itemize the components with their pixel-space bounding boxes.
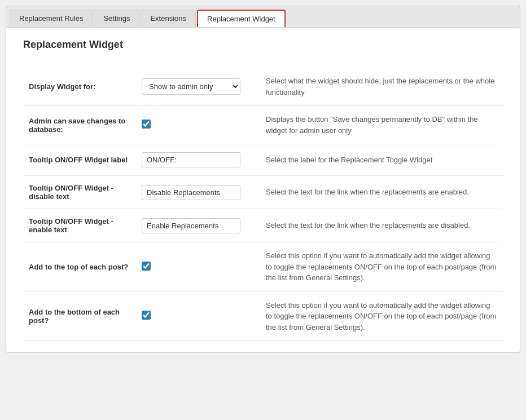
select-display-widget-for[interactable]: Show to admin onlyShow to all usersHide … bbox=[142, 78, 240, 95]
textinput-tooltip-disable[interactable] bbox=[142, 185, 240, 200]
label-add-bottom-post: Add to the bottom of each post? bbox=[23, 291, 136, 341]
control-tooltip-disable bbox=[136, 176, 260, 209]
main-panel: Replacement Widget Display Widget for:Sh… bbox=[6, 27, 520, 353]
settings-row-admin-save-changes: Admin can save changes to database:Displ… bbox=[23, 106, 503, 144]
checkbox-add-top-post[interactable] bbox=[142, 262, 151, 271]
control-add-top-post bbox=[136, 242, 260, 292]
settings-row-display-widget-for: Display Widget for:Show to admin onlySho… bbox=[23, 68, 503, 106]
desc-tooltip-enable: Select the text for the link when the re… bbox=[260, 209, 503, 242]
control-admin-save-changes bbox=[136, 106, 260, 144]
settings-row-add-top-post: Add to the top of each post?Select this … bbox=[23, 242, 503, 292]
settings-table: Display Widget for:Show to admin onlySho… bbox=[23, 68, 503, 341]
tab-replacement-rules[interactable]: Replacement Rules bbox=[10, 10, 93, 27]
label-tooltip-disable: Tooltip ON/OFF Widget - disable text bbox=[23, 176, 136, 209]
label-add-top-post: Add to the top of each post? bbox=[23, 242, 136, 292]
settings-row-tooltip-disable: Tooltip ON/OFF Widget - disable textSele… bbox=[23, 176, 503, 209]
desc-add-top-post: Select this option if you want to automa… bbox=[260, 242, 503, 292]
checkbox-admin-save-changes[interactable] bbox=[142, 120, 151, 129]
desc-display-widget-for: Select what the widget should hide, just… bbox=[260, 68, 503, 106]
desc-tooltip-disable: Select the text for the link when the re… bbox=[260, 176, 503, 209]
textinput-tooltip-enable[interactable] bbox=[142, 218, 240, 233]
desc-tooltip-label: Select the label for the Replacement Tog… bbox=[260, 144, 503, 176]
control-add-bottom-post bbox=[136, 291, 260, 341]
control-display-widget-for: Show to admin onlyShow to all usersHide … bbox=[136, 68, 260, 106]
tab-replacement-widget[interactable]: Replacement Widget bbox=[197, 10, 286, 27]
settings-row-add-bottom-post: Add to the bottom of each post?Select th… bbox=[23, 291, 503, 341]
checkbox-add-bottom-post[interactable] bbox=[142, 311, 151, 320]
desc-admin-save-changes: Displays the button "Save changes perman… bbox=[260, 106, 503, 144]
textinput-tooltip-label[interactable] bbox=[142, 152, 240, 167]
label-tooltip-label: Tooltip ON/OFF Widget label bbox=[23, 144, 136, 176]
control-tooltip-enable bbox=[136, 209, 260, 242]
tab-settings[interactable]: Settings bbox=[94, 10, 139, 27]
label-display-widget-for: Display Widget for: bbox=[23, 68, 136, 106]
desc-add-bottom-post: Select this option if you want to automa… bbox=[260, 291, 503, 341]
label-admin-save-changes: Admin can save changes to database: bbox=[23, 106, 136, 144]
tab-bar: Replacement RulesSettingsExtensionsRepla… bbox=[6, 6, 520, 27]
label-tooltip-enable: Tooltip ON/OFF Widget - enable text bbox=[23, 209, 136, 242]
settings-row-tooltip-label: Tooltip ON/OFF Widget labelSelect the la… bbox=[23, 144, 503, 176]
tab-extensions[interactable]: Extensions bbox=[141, 10, 196, 27]
panel-title: Replacement Widget bbox=[23, 39, 503, 56]
settings-row-tooltip-enable: Tooltip ON/OFF Widget - enable textSelec… bbox=[23, 209, 503, 242]
control-tooltip-label bbox=[136, 144, 260, 176]
